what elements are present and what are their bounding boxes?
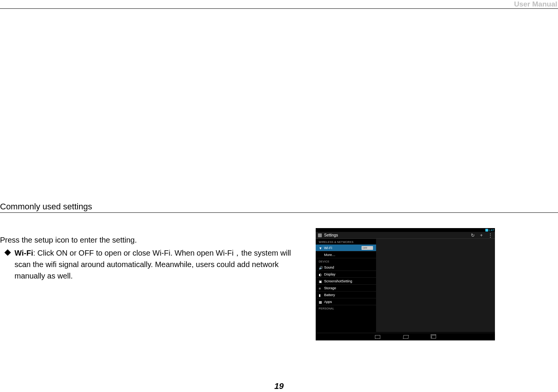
refresh-icon[interactable]: ↻ xyxy=(471,233,475,238)
status-time: 1:47 xyxy=(488,228,494,232)
android-settings-screenshot: 1:47 Settings ↻ + ⋮ WIRELESS & NETWORKS … xyxy=(316,228,495,340)
sidebar-item-battery[interactable]: ▮ Battery xyxy=(316,292,376,298)
settings-main-pane xyxy=(376,239,495,332)
bullet-label: Wi-Fi xyxy=(15,249,33,257)
bullet-item: Wi-Fi: Click ON or OFF to open or close … xyxy=(0,247,304,282)
nav-recent-icon[interactable] xyxy=(431,335,436,339)
page-number: 19 xyxy=(274,381,284,391)
sidebar-item-wifi[interactable]: ▼ Wi-Fi OFF xyxy=(316,245,376,251)
nav-back-icon[interactable] xyxy=(375,335,380,339)
menu-icon[interactable]: ⋮ xyxy=(488,233,493,238)
bullet-text: Wi-Fi: Click ON or OFF to open or close … xyxy=(15,247,304,282)
wifi-icon: ▼ xyxy=(319,246,322,249)
storage-icon: ≡ xyxy=(319,287,322,290)
sidebar-item-label: Sound xyxy=(324,266,334,269)
status-bar: 1:47 xyxy=(316,228,495,232)
sidebar-item-screenshot[interactable]: ▣ ScreenshotSetting xyxy=(316,278,376,285)
section-heading: Commonly used settings xyxy=(0,202,558,213)
wifi-toggle[interactable]: OFF xyxy=(362,246,373,250)
battery-icon xyxy=(485,229,488,232)
intro-line: Press the setup icon to enter the settin… xyxy=(0,234,304,246)
category-personal: PERSONAL xyxy=(316,305,376,311)
screenshot-icon: ▣ xyxy=(319,280,322,283)
sidebar-item-storage[interactable]: ≡ Storage xyxy=(316,285,376,292)
header-title: User Manual xyxy=(514,0,558,8)
header-rule xyxy=(0,8,558,9)
sidebar-item-label: Wi-Fi xyxy=(324,246,332,250)
category-device: DEVICE xyxy=(316,258,376,264)
nav-home-icon[interactable] xyxy=(403,335,409,339)
settings-title: Settings xyxy=(324,233,338,237)
settings-app-icon xyxy=(318,233,322,237)
sidebar-item-label: Storage xyxy=(324,286,336,290)
add-icon[interactable]: + xyxy=(480,233,483,238)
body-text: Press the setup icon to enter the settin… xyxy=(0,234,304,282)
battery-icon: ▮ xyxy=(319,293,322,296)
sidebar-item-label: More… xyxy=(324,253,336,257)
sidebar-item-more[interactable]: More… xyxy=(316,251,376,258)
sidebar-item-sound[interactable]: 🔊 Sound xyxy=(316,264,376,271)
settings-sidebar: WIRELESS & NETWORKS ▼ Wi-Fi OFF More… DE… xyxy=(316,239,376,311)
sidebar-item-label: Apps xyxy=(324,300,332,304)
blank-icon xyxy=(319,253,322,256)
sidebar-item-label: Battery xyxy=(324,293,335,297)
sound-icon: 🔊 xyxy=(319,266,322,269)
sidebar-item-label: Display xyxy=(324,272,336,276)
apps-icon: ▦ xyxy=(319,300,322,303)
category-wireless: WIRELESS & NETWORKS xyxy=(316,239,376,245)
display-icon: ◐ xyxy=(319,273,322,276)
settings-header: Settings ↻ + ⋮ xyxy=(316,232,495,239)
sidebar-item-label: ScreenshotSetting xyxy=(324,279,352,283)
diamond-bullet-icon xyxy=(5,249,11,256)
bullet-desc: : Click ON or OFF to open or close Wi-Fi… xyxy=(15,249,291,280)
sidebar-item-apps[interactable]: ▦ Apps xyxy=(316,298,376,305)
navigation-bar xyxy=(316,333,495,340)
sidebar-item-display[interactable]: ◐ Display xyxy=(316,271,376,278)
